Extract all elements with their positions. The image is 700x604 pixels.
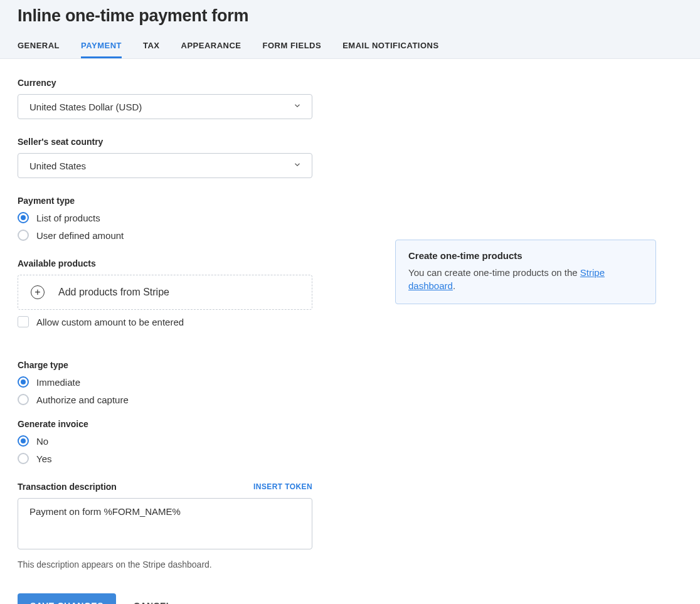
save-button[interactable]: SAVE CHANGES [18,593,116,604]
generate-invoice-label: Generate invoice [18,419,312,429]
radio-icon [18,376,29,388]
transaction-description-label: Transaction description [18,482,117,492]
available-products-label: Available products [18,258,312,268]
form-column: Currency United States Dollar (USD) Sell… [18,78,312,604]
seller-country-select[interactable]: United States [18,153,312,178]
allow-custom-checkbox[interactable]: Allow custom amount to be entered [18,316,312,327]
radio-label: No [36,436,48,447]
spacer [18,345,312,360]
add-products-button[interactable]: + Add products from Stripe [18,275,312,310]
transaction-description-group: Transaction description INSERT TOKEN Thi… [18,482,312,570]
add-products-label: Add products from Stripe [58,287,169,298]
radio-label: User defined amount [36,230,124,241]
tab-form-fields[interactable]: FORM FIELDS [263,41,322,58]
content: Currency United States Dollar (USD) Sell… [0,59,700,604]
charge-type-radios: Immediate Authorize and capture [18,376,312,405]
generate-invoice-radio-yes[interactable]: Yes [18,453,312,464]
chevron-down-icon [293,161,302,171]
seller-country-value: United States [29,161,86,171]
info-box-text-suffix: . [453,280,455,291]
tab-tax[interactable]: TAX [143,41,160,58]
generate-invoice-radio-no[interactable]: No [18,435,312,447]
transaction-description-input[interactable] [18,498,312,549]
chevron-down-icon [293,102,302,112]
radio-icon [18,394,29,405]
radio-label: Authorize and capture [36,395,129,405]
payment-type-radio-user[interactable]: User defined amount [18,230,312,241]
transaction-description-label-row: Transaction description INSERT TOKEN [18,482,312,492]
button-row: SAVE CHANGES CANCEL [18,593,312,604]
currency-label: Currency [18,78,312,88]
plus-circle-icon: + [31,285,45,299]
radio-icon [18,453,29,464]
generate-invoice-radios: No Yes [18,435,312,464]
currency-group: Currency United States Dollar (USD) [18,78,312,119]
allow-custom-label: Allow custom amount to be entered [36,317,184,327]
currency-select[interactable]: United States Dollar (USD) [18,94,312,119]
charge-type-radio-immediate[interactable]: Immediate [18,376,312,388]
info-box: Create one-time products You can create … [395,240,656,304]
payment-type-radio-list[interactable]: List of products [18,212,312,223]
radio-icon [18,212,29,223]
tab-payment[interactable]: PAYMENT [81,41,122,58]
info-box-text: You can create one-time products on the … [408,266,643,292]
generate-invoice-group: Generate invoice No Yes [18,419,312,464]
seller-country-label: Seller's seat country [18,137,312,147]
charge-type-label: Charge type [18,360,312,370]
info-box-text-prefix: You can create one-time products on the [408,267,580,278]
tab-appearance[interactable]: APPEARANCE [181,41,241,58]
charge-type-radio-authorize[interactable]: Authorize and capture [18,394,312,405]
radio-label: Immediate [36,377,80,388]
transaction-description-help: This description appears on the Stripe d… [18,559,312,570]
seller-country-group: Seller's seat country United States [18,137,312,178]
info-box-title: Create one-time products [408,250,643,261]
available-products-group: Available products + Add products from S… [18,258,312,327]
tab-bar: GENERAL PAYMENT TAX APPEARANCE FORM FIEL… [18,41,682,58]
header: Inline one-time payment form GENERAL PAY… [0,0,700,59]
insert-token-link[interactable]: INSERT TOKEN [253,482,312,491]
tab-email-notifications[interactable]: EMAIL NOTIFICATIONS [342,41,438,58]
radio-icon [18,230,29,241]
page-title: Inline one-time payment form [18,6,682,26]
payment-type-group: Payment type List of products User defin… [18,196,312,241]
tab-general[interactable]: GENERAL [18,41,60,58]
radio-label: Yes [36,453,51,464]
charge-type-group: Charge type Immediate Authorize and capt… [18,360,312,405]
currency-value: United States Dollar (USD) [29,102,142,112]
radio-label: List of products [36,213,100,223]
cancel-button[interactable]: CANCEL [134,601,172,604]
payment-type-label: Payment type [18,196,312,206]
radio-icon [18,435,29,447]
checkbox-icon [18,316,29,327]
payment-type-radios: List of products User defined amount [18,212,312,241]
